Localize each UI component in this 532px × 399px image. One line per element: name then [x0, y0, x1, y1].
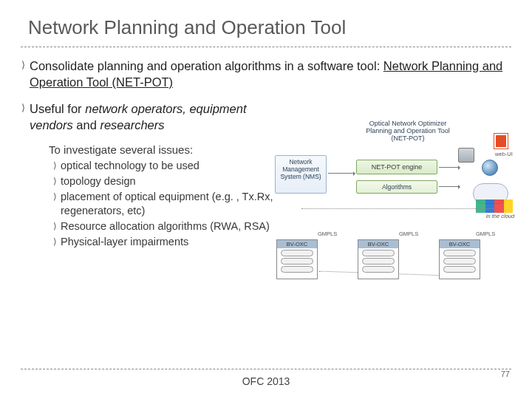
cloud-note: in the cloud [482, 213, 519, 219]
dg-nms-box: Network Management System (NMS) [275, 155, 327, 194]
bullet-1: ⟩ Consolidate planning and operation alg… [16, 58, 532, 90]
node-hdr: BV-OXC [358, 240, 398, 248]
dg-node: BV-OXC [358, 239, 399, 279]
page-number: 77 [501, 369, 510, 378]
bullet-icon: ⟩ [49, 235, 61, 249]
bullet-icon: ⟩ [49, 190, 61, 204]
html5-icon [494, 133, 508, 149]
footer-divider [21, 369, 511, 369]
gmpls-label: GMPLS [318, 231, 337, 237]
bullet-icon: ⟩ [16, 58, 30, 72]
bullet-icon: ⟩ [49, 174, 61, 188]
dg-arrow [439, 186, 460, 187]
sub-item-text: placement of optical equipment (e.g. , T… [61, 190, 275, 218]
gmpls-label: GMPLS [399, 231, 418, 237]
bullet-1-text: Consolidate planning and operation algor… [30, 58, 532, 90]
page-title: Network Planning and Operation Tool [0, 0, 532, 44]
dg-node: BV-OXC [439, 239, 480, 279]
bullet-icon: ⟩ [16, 100, 30, 115]
bullet-icon: ⟩ [49, 159, 61, 173]
dg-arrow [328, 173, 355, 174]
footer-text: OFC 2013 [0, 375, 532, 387]
dg-engine-box: NET-POT engine [356, 160, 437, 174]
dg-arrow [439, 167, 460, 168]
dotted-link [301, 208, 494, 209]
globe-icon [482, 160, 498, 176]
node-hdr: BV-OXC [277, 240, 317, 248]
dg-node: BV-OXC [276, 239, 318, 279]
b1-pre: Consolidate planning and operation algor… [30, 59, 383, 72]
bullet-icon: ⟩ [49, 219, 61, 233]
architecture-diagram: Optical Network Optimizer Planning and O… [275, 126, 519, 347]
gmpls-label: GMPLS [476, 231, 495, 237]
dg-opt-title: Optical Network Optimizer Planning and O… [364, 120, 452, 142]
webui-label: web-UI [494, 151, 514, 157]
sub-item-text: topology design [61, 174, 136, 188]
chip-icon [458, 148, 474, 163]
sub-item-text: Physical-layer impairments [61, 235, 188, 249]
node-hdr: BV-OXC [440, 240, 480, 248]
dg-algos-box: Algorithms [356, 180, 437, 194]
bullet-2-text: Useful for network operators, equipment … [30, 100, 273, 133]
sub-item-text: optical technology to be used [61, 159, 200, 173]
sub-item-text: Resource allocation algorithms (RWA, RSA… [61, 219, 270, 233]
services-icon [476, 200, 513, 213]
